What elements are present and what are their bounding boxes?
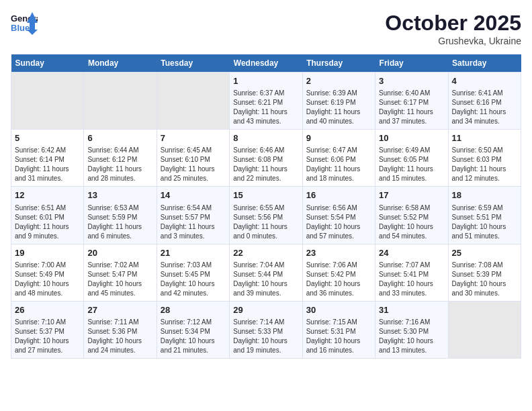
logo: General Blue [11,11,40,35]
day-details: Sunrise: 6:41 AM Sunset: 6:16 PM Dayligh… [452,89,517,126]
day-number: 2 [306,75,371,87]
day-cell: 16Sunrise: 6:56 AM Sunset: 5:54 PM Dayli… [302,187,375,244]
day-cell: 14Sunrise: 6:54 AM Sunset: 5:57 PM Dayli… [157,187,229,244]
day-number: 15 [233,189,298,201]
day-number: 24 [379,247,444,259]
day-cell: 9Sunrise: 6:47 AM Sunset: 6:06 PM Daylig… [302,130,375,187]
day-number: 19 [15,247,80,259]
day-number: 22 [233,247,298,259]
day-cell: 30Sunrise: 7:15 AM Sunset: 5:31 PM Dayli… [302,301,375,358]
month-title: October 2025 [385,11,521,36]
day-number: 6 [87,132,152,144]
day-cell: 10Sunrise: 6:49 AM Sunset: 6:05 PM Dayli… [375,130,448,187]
day-details: Sunrise: 7:00 AM Sunset: 5:49 PM Dayligh… [15,261,80,298]
day-number: 14 [161,189,226,201]
day-details: Sunrise: 7:14 AM Sunset: 5:33 PM Dayligh… [233,318,298,355]
day-number: 26 [15,304,80,316]
day-number: 11 [452,132,517,144]
day-cell: 12Sunrise: 6:51 AM Sunset: 6:01 PM Dayli… [11,187,84,244]
day-details: Sunrise: 7:16 AM Sunset: 5:30 PM Dayligh… [379,318,444,355]
day-details: Sunrise: 7:07 AM Sunset: 5:41 PM Dayligh… [379,261,444,298]
day-number: 18 [452,189,517,201]
day-details: Sunrise: 6:42 AM Sunset: 6:14 PM Dayligh… [15,146,80,183]
day-number: 10 [379,132,444,144]
day-cell [448,301,521,358]
day-number: 25 [452,247,517,259]
week-row-3: 19Sunrise: 7:00 AM Sunset: 5:49 PM Dayli… [11,244,521,301]
calendar-table: SundayMondayTuesdayWednesdayThursdayFrid… [11,54,521,359]
day-details: Sunrise: 6:39 AM Sunset: 6:19 PM Dayligh… [306,89,371,126]
header-cell-monday: Monday [84,54,157,73]
day-cell [157,73,229,130]
day-number: 31 [379,304,444,316]
day-details: Sunrise: 6:46 AM Sunset: 6:08 PM Dayligh… [233,146,298,183]
day-cell: 13Sunrise: 6:53 AM Sunset: 5:59 PM Dayli… [84,187,157,244]
day-number: 4 [452,75,517,87]
day-number: 9 [306,132,371,144]
day-cell: 11Sunrise: 6:50 AM Sunset: 6:03 PM Dayli… [448,130,521,187]
page-header: General Blue October 2025 Grushevka, Ukr… [11,11,521,46]
day-details: Sunrise: 6:56 AM Sunset: 5:54 PM Dayligh… [306,203,371,241]
day-cell: 8Sunrise: 6:46 AM Sunset: 6:08 PM Daylig… [230,130,302,187]
day-details: Sunrise: 6:54 AM Sunset: 5:57 PM Dayligh… [161,203,226,241]
header-cell-thursday: Thursday [302,54,375,73]
day-details: Sunrise: 6:44 AM Sunset: 6:12 PM Dayligh… [87,146,152,183]
day-number: 17 [379,189,444,201]
day-cell: 23Sunrise: 7:06 AM Sunset: 5:42 PM Dayli… [302,244,375,301]
day-details: Sunrise: 6:55 AM Sunset: 5:56 PM Dayligh… [233,203,298,241]
day-cell: 22Sunrise: 7:04 AM Sunset: 5:44 PM Dayli… [230,244,302,301]
day-details: Sunrise: 6:51 AM Sunset: 6:01 PM Dayligh… [15,203,80,241]
day-details: Sunrise: 6:47 AM Sunset: 6:06 PM Dayligh… [306,146,371,183]
day-number: 29 [233,304,298,316]
day-details: Sunrise: 7:11 AM Sunset: 5:36 PM Dayligh… [87,318,152,355]
day-cell: 18Sunrise: 6:59 AM Sunset: 5:51 PM Dayli… [448,187,521,244]
logo-icon: General Blue [11,11,38,35]
day-cell: 27Sunrise: 7:11 AM Sunset: 5:36 PM Dayli… [84,301,157,358]
day-cell: 4Sunrise: 6:41 AM Sunset: 6:16 PM Daylig… [448,73,521,130]
day-details: Sunrise: 6:50 AM Sunset: 6:03 PM Dayligh… [452,146,517,183]
day-cell: 7Sunrise: 6:45 AM Sunset: 6:10 PM Daylig… [157,130,229,187]
week-row-1: 5Sunrise: 6:42 AM Sunset: 6:14 PM Daylig… [11,130,521,187]
day-number: 12 [15,189,80,201]
day-details: Sunrise: 6:49 AM Sunset: 6:05 PM Dayligh… [379,146,444,183]
day-details: Sunrise: 6:59 AM Sunset: 5:51 PM Dayligh… [452,203,517,241]
location: Grushevka, Ukraine [385,36,521,46]
day-details: Sunrise: 7:15 AM Sunset: 5:31 PM Dayligh… [306,318,371,355]
day-details: Sunrise: 7:08 AM Sunset: 5:39 PM Dayligh… [452,261,517,298]
day-details: Sunrise: 6:37 AM Sunset: 6:21 PM Dayligh… [233,89,298,126]
day-cell: 24Sunrise: 7:07 AM Sunset: 5:41 PM Dayli… [375,244,448,301]
day-number: 30 [306,304,371,316]
week-row-0: 1Sunrise: 6:37 AM Sunset: 6:21 PM Daylig… [11,73,521,130]
day-number: 1 [233,75,298,87]
day-number: 28 [161,304,226,316]
day-cell: 20Sunrise: 7:02 AM Sunset: 5:47 PM Dayli… [84,244,157,301]
day-cell: 1Sunrise: 6:37 AM Sunset: 6:21 PM Daylig… [230,73,302,130]
day-number: 5 [15,132,80,144]
day-cell: 19Sunrise: 7:00 AM Sunset: 5:49 PM Dayli… [11,244,84,301]
header-cell-friday: Friday [375,54,448,73]
day-details: Sunrise: 6:58 AM Sunset: 5:52 PM Dayligh… [379,203,444,241]
day-number: 7 [161,132,226,144]
day-cell: 6Sunrise: 6:44 AM Sunset: 6:12 PM Daylig… [84,130,157,187]
day-cell [84,73,157,130]
day-details: Sunrise: 7:06 AM Sunset: 5:42 PM Dayligh… [306,261,371,298]
day-number: 21 [161,247,226,259]
day-details: Sunrise: 7:10 AM Sunset: 5:37 PM Dayligh… [15,318,80,355]
header-row: SundayMondayTuesdayWednesdayThursdayFrid… [11,54,521,73]
day-details: Sunrise: 7:04 AM Sunset: 5:44 PM Dayligh… [233,261,298,298]
day-number: 23 [306,247,371,259]
day-cell [11,73,84,130]
day-details: Sunrise: 7:12 AM Sunset: 5:34 PM Dayligh… [161,318,226,355]
header-cell-wednesday: Wednesday [230,54,302,73]
day-number: 3 [379,75,444,87]
day-cell: 31Sunrise: 7:16 AM Sunset: 5:30 PM Dayli… [375,301,448,358]
day-number: 13 [87,189,152,201]
day-number: 8 [233,132,298,144]
day-cell: 5Sunrise: 6:42 AM Sunset: 6:14 PM Daylig… [11,130,84,187]
day-number: 20 [87,247,152,259]
title-block: October 2025 Grushevka, Ukraine [385,11,521,46]
header-cell-sunday: Sunday [11,54,84,73]
day-details: Sunrise: 6:40 AM Sunset: 6:17 PM Dayligh… [379,89,444,126]
day-cell: 26Sunrise: 7:10 AM Sunset: 5:37 PM Dayli… [11,301,84,358]
day-cell: 28Sunrise: 7:12 AM Sunset: 5:34 PM Dayli… [157,301,229,358]
